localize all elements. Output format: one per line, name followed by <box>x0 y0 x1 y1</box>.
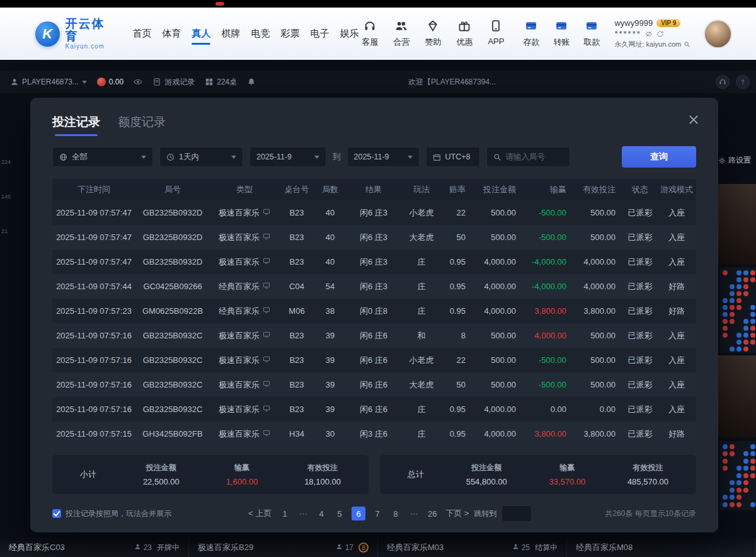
total-winloss-label: 输赢 <box>559 462 575 473</box>
page-5[interactable]: 5 <box>333 507 346 520</box>
round-search-input[interactable] <box>506 152 563 161</box>
cell-round: GB2325B0932D <box>135 257 210 267</box>
page-下页 >[interactable]: 下页 > <box>444 507 470 520</box>
show-balance-toggle[interactable] <box>134 78 142 86</box>
page-1[interactable]: 1 <box>278 507 291 520</box>
nav-item-5[interactable]: 电竞 <box>251 24 270 43</box>
person-icon <box>512 543 519 552</box>
nav-item-4[interactable]: 棋牌 <box>221 24 240 43</box>
service-优惠[interactable]: 优惠 <box>453 20 476 48</box>
sponsor-icon <box>427 20 439 35</box>
eye-off-icon[interactable] <box>645 30 653 38</box>
timezone-select[interactable]: UTC+8 <box>426 147 480 167</box>
monitor-icon <box>263 257 270 267</box>
service-label: 优惠 <box>456 37 472 48</box>
tab-2[interactable]: 额度记录 <box>118 114 166 136</box>
service-label: 客服 <box>362 37 378 48</box>
nav-item-7[interactable]: 电子 <box>310 24 329 43</box>
cell-winloss: 0.00 <box>524 405 574 414</box>
query-button[interactable]: 查询 <box>622 146 696 168</box>
cell-play: 大老虎 <box>401 232 442 243</box>
wallet-取款[interactable]: 取款 <box>580 20 603 48</box>
game-record-button[interactable]: 游戏记录 <box>152 77 195 88</box>
nav-item-3[interactable]: 真人 <box>192 24 210 43</box>
notifications-button[interactable] <box>247 78 256 86</box>
page-< 上页[interactable]: < 上页 <box>247 507 273 520</box>
cell-result: 闲3 庄6 <box>346 428 401 440</box>
refresh-icon[interactable] <box>656 30 664 38</box>
cell-rounds: 39 <box>314 405 346 414</box>
cell-amount: 500.00 <box>473 208 524 217</box>
service-赞助[interactable]: 赞助 <box>421 20 444 48</box>
live-table-经典百家乐M03[interactable]: 经典百家乐M0325结算中 <box>378 538 567 557</box>
date-from-select[interactable]: 2025-11-9 <box>249 147 326 167</box>
cell-type: 极速百家乐 <box>210 379 279 391</box>
globe-icon <box>59 153 67 161</box>
cell-valid: 4,000.00 <box>574 282 623 291</box>
road-settings-button[interactable]: 路设置 <box>718 155 751 166</box>
table-row: 2025-11-09 07:57:16GB2325B0932C极速百家乐B233… <box>52 397 696 422</box>
live-table-经典百家乐M08[interactable]: 经典百家乐M08 <box>567 538 756 557</box>
modal-tabs: 投注记录额度记录 <box>52 98 696 136</box>
cell-type: 经典百家乐 <box>210 281 279 292</box>
cell-odds: 8 <box>442 331 473 340</box>
wallet-存款[interactable]: 存款 <box>520 20 542 48</box>
cell-odds: 50 <box>442 233 473 242</box>
support-button[interactable] <box>716 75 730 89</box>
date-to-select[interactable]: 2025-11-9 <box>347 147 420 167</box>
page-7[interactable]: 7 <box>371 507 384 520</box>
category-select[interactable]: 全部 <box>52 147 153 167</box>
roadmap-dot <box>723 495 728 500</box>
avatar[interactable] <box>704 20 732 49</box>
nav-item-8[interactable]: 娱乐 <box>340 24 358 43</box>
cell-time: 2025-11-09 07:57:16 <box>52 331 135 340</box>
cell-mode: 入座 <box>657 355 696 366</box>
wallet-转账[interactable]: 转账 <box>550 20 573 48</box>
coin-icon <box>97 78 106 86</box>
nav-item-1[interactable]: 首页 <box>132 24 151 43</box>
roadmap-dot <box>730 466 735 471</box>
balance-display[interactable]: 0.00 <box>97 78 123 86</box>
service-APP[interactable]: APP <box>484 20 507 48</box>
cell-winloss: 4,000.00 <box>524 331 574 340</box>
nav-item-6[interactable]: 彩票 <box>280 24 299 43</box>
nav-item-2[interactable]: 体育 <box>162 24 181 43</box>
page-26[interactable]: 26 <box>426 507 438 520</box>
dealer-video-2 <box>718 355 756 437</box>
logo[interactable]: K 开云体育 Kaiyun.com <box>35 18 116 50</box>
tables-button[interactable]: 224桌 <box>205 77 237 88</box>
live-table-经典百家乐C03[interactable]: 经典百家乐C0323开牌中 <box>0 538 189 557</box>
roadmap-dot <box>750 502 755 507</box>
page-6[interactable]: 6 <box>352 507 365 520</box>
roadmap-dot <box>723 466 728 471</box>
roadmap-dot <box>730 444 735 449</box>
subtotal-valid-label: 有效投注 <box>307 462 338 473</box>
range-select[interactable]: 1天内 <box>159 147 243 167</box>
tab-1[interactable]: 投注记录 <box>52 114 100 136</box>
search-icon[interactable] <box>684 41 690 48</box>
cell-status: 已派彩 <box>623 404 657 415</box>
checkbox-checked-icon[interactable] <box>52 509 61 518</box>
cell-winloss: 3,800.00 <box>524 306 574 316</box>
type-name: 经典百家乐 <box>219 281 260 292</box>
roadmap-dot <box>723 488 728 493</box>
column-header: 下注时间 <box>52 184 135 195</box>
help-button[interactable] <box>736 75 750 89</box>
page-8[interactable]: 8 <box>389 507 402 520</box>
cell-result: 闲6 庄6 <box>346 379 401 391</box>
round-search[interactable] <box>486 147 570 167</box>
page-4[interactable]: 4 <box>315 507 328 520</box>
live-table-极速百家乐B29[interactable]: 极速百家乐B29178 <box>189 538 378 557</box>
headset-icon <box>719 78 726 86</box>
subtotal-box: 小计 投注金额22,500.00 输赢1,600.00 有效投注18,100.0… <box>52 455 369 494</box>
merge-checkbox-row[interactable]: 投注记录按照局，玩法合并展示 <box>52 508 171 519</box>
player-menu[interactable]: PLAYER46873... <box>10 78 87 86</box>
cell-status: 已派彩 <box>623 379 657 391</box>
service-客服[interactable]: 客服 <box>358 20 381 48</box>
cell-round: GB2325B0932D <box>135 208 210 217</box>
service-合营[interactable]: 合营 <box>390 20 413 48</box>
jump-page-input[interactable] <box>501 505 532 522</box>
chevron-down-icon <box>82 81 87 84</box>
close-icon[interactable] <box>687 113 701 127</box>
roadmap-dot <box>730 502 735 507</box>
